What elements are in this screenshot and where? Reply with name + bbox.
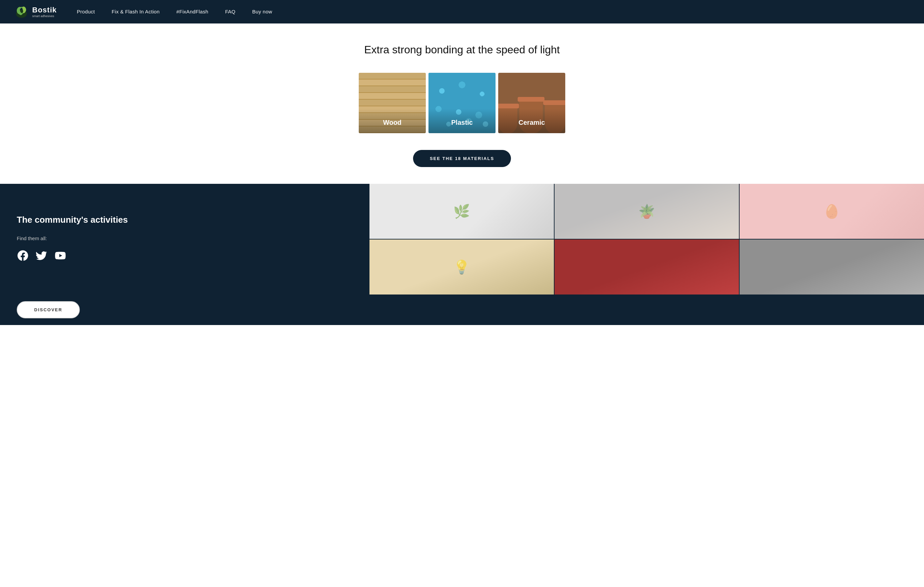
community-img-4-icon: 💡	[453, 259, 470, 275]
material-card-wood[interactable]: Wood	[359, 73, 426, 133]
see-materials-button[interactable]: SEE THE 18 MATERIALS	[413, 150, 511, 167]
community-left-panel: The community's activities Find them all…	[0, 184, 370, 294]
materials-grid: Wood Plastic Ceramic	[7, 73, 917, 133]
community-image-grid: 🌿 🪴 🥚 💡	[370, 184, 924, 294]
plastic-label: Plastic	[429, 109, 495, 133]
nav-item-hashtag[interactable]: #FixAndFlash	[177, 9, 208, 15]
hero-section: Extra strong bonding at the speed of lig…	[0, 23, 924, 184]
community-image-2[interactable]: 🪴	[554, 184, 739, 239]
community-img-2-icon: 🪴	[639, 203, 655, 219]
facebook-icon	[17, 250, 29, 261]
twitter-icon	[36, 250, 48, 261]
nav-item-faq[interactable]: FAQ	[225, 9, 235, 15]
community-section: The community's activities Find them all…	[0, 184, 924, 294]
community-img-3-icon: 🥚	[823, 203, 840, 219]
community-title: The community's activities	[17, 214, 353, 226]
nav-link-fix-flash[interactable]: Fix & Flash In Action	[112, 9, 160, 15]
community-image-6[interactable]	[739, 240, 924, 294]
bostik-logo-icon	[13, 4, 30, 20]
nav-links: Product Fix & Flash In Action #FixAndFla…	[77, 9, 911, 15]
nav-link-faq[interactable]: FAQ	[225, 9, 235, 15]
community-image-4[interactable]: 💡	[370, 240, 554, 294]
logo-tagline: smart adhesives	[32, 15, 57, 18]
nav-item-product[interactable]: Product	[77, 9, 95, 15]
nav-item-fix-flash[interactable]: Fix & Flash In Action	[112, 9, 160, 15]
community-subtitle: Find them all:	[17, 235, 353, 241]
logo-brand: Bostik	[32, 6, 57, 14]
nav-item-buy[interactable]: Buy now	[252, 9, 272, 15]
ceramic-label: Ceramic	[498, 109, 565, 133]
youtube-icon	[54, 250, 66, 261]
facebook-link[interactable]	[17, 250, 29, 264]
youtube-link[interactable]	[54, 250, 66, 264]
wood-label: Wood	[359, 109, 426, 133]
community-image-3[interactable]: 🥚	[739, 184, 924, 239]
hero-title: Extra strong bonding at the speed of lig…	[7, 44, 917, 56]
discover-area: DISCOVER	[0, 294, 924, 325]
nav-link-product[interactable]: Product	[77, 9, 95, 15]
logo[interactable]: Bostik smart adhesives	[13, 4, 57, 20]
discover-button[interactable]: DISCOVER	[17, 301, 80, 318]
material-card-ceramic[interactable]: Ceramic	[498, 73, 565, 133]
community-img-1-icon: 🌿	[453, 203, 470, 219]
community-image-1[interactable]: 🌿	[370, 184, 554, 239]
material-card-plastic[interactable]: Plastic	[429, 73, 495, 133]
nav-link-hashtag[interactable]: #FixAndFlash	[177, 9, 208, 15]
nav-link-buy[interactable]: Buy now	[252, 9, 272, 15]
twitter-link[interactable]	[36, 250, 48, 264]
social-icons	[17, 250, 353, 264]
community-image-5[interactable]	[554, 240, 739, 294]
navbar: Bostik smart adhesives Product Fix & Fla…	[0, 0, 924, 23]
